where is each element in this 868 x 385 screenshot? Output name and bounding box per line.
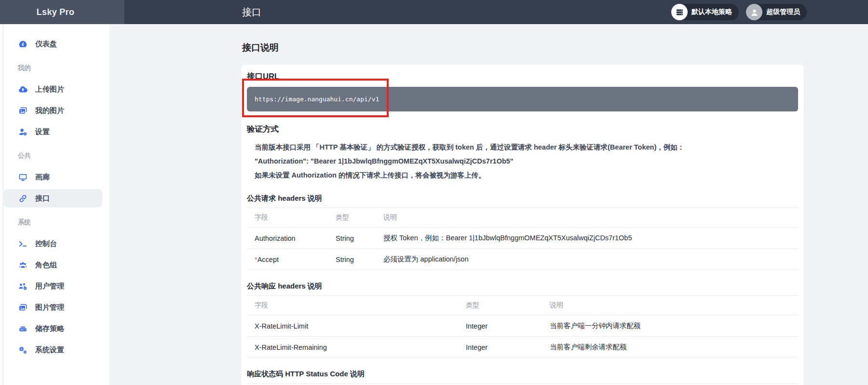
sidebar-item-link[interactable]: 接口 bbox=[0, 188, 109, 209]
user-name-label: 超级管理员 bbox=[766, 8, 800, 16]
header-actions: 默认本地策略 超级管理员 bbox=[671, 4, 807, 20]
sidebar-item-label: 图片管理 bbox=[35, 303, 64, 312]
sidebar-section-label: 我的 bbox=[0, 57, 109, 79]
column-header: 字段 bbox=[247, 296, 458, 316]
column-header: 类型 bbox=[328, 208, 376, 228]
auth-paragraph: "Authorization": "Bearer 1|1bJbwlqBfnggm… bbox=[255, 154, 798, 168]
table-row: AuthorizationString授权 Token，例如：Bearer 1|… bbox=[247, 228, 798, 249]
doc-table: 字段类型说明X-RateLimit-LimitInteger当前客户端一分钟内请… bbox=[247, 295, 798, 358]
link-icon bbox=[18, 193, 27, 203]
terminal-icon bbox=[18, 239, 27, 248]
table-cell: X-RateLimit-Limit bbox=[247, 316, 458, 337]
avatar bbox=[746, 4, 762, 20]
sidebar-item-label: 画廊 bbox=[35, 173, 50, 182]
auth-paragraph: 当前版本接口采用 「HTTP 基本验证」 的方式验证授权，获取到 token 后… bbox=[255, 140, 798, 154]
cloud-upload-icon bbox=[18, 84, 27, 94]
sidebar-item-users-gear[interactable]: 用户管理 bbox=[0, 275, 109, 297]
table-header-row: 字段类型说明 bbox=[247, 296, 798, 316]
table-header-row: 状态码说明 bbox=[247, 384, 798, 385]
page-title: 接口说明 bbox=[241, 41, 804, 54]
sidebar-item-label: 上传图片 bbox=[35, 85, 64, 94]
sidebar-nav: 仪表盘我的上传图片我的图片设置公共画廊接口系统控制台角色组用户管理图片管理储存策… bbox=[0, 24, 109, 360]
sidebar: 仪表盘我的上传图片我的图片设置公共画廊接口系统控制台角色组用户管理图片管理储存策… bbox=[0, 24, 109, 385]
sidebar-item-label: 接口 bbox=[35, 194, 50, 203]
table-cell: String bbox=[328, 228, 376, 249]
sidebar-item-user-gear[interactable]: 设置 bbox=[0, 121, 109, 142]
sidebar-section-label: 公共 bbox=[0, 145, 109, 166]
sidebar-section-label: 系统 bbox=[0, 212, 109, 233]
storage-policy-label: 默认本地策略 bbox=[692, 8, 732, 16]
doc-table: 字段类型说明AuthorizationString授权 Token，例如：Bea… bbox=[247, 207, 798, 270]
section-heading: 公共响应 headers 说明 bbox=[247, 281, 798, 291]
doc-sections: 公共请求 headers 说明字段类型说明AuthorizationString… bbox=[247, 193, 798, 385]
user-gear-icon bbox=[18, 127, 27, 137]
desktop-icon bbox=[18, 172, 27, 182]
column-header: 字段 bbox=[247, 208, 328, 228]
user-menu-badge[interactable]: 超级管理员 bbox=[746, 4, 807, 20]
sidebar-scrollbar[interactable] bbox=[3, 24, 3, 385]
sidebar-item-label: 系统设置 bbox=[35, 345, 64, 355]
sidebar-item-label: 仪表盘 bbox=[35, 40, 57, 49]
storage-policy-badge[interactable]: 默认本地策略 bbox=[671, 4, 739, 20]
section-heading: 公共请求 headers 说明 bbox=[247, 193, 798, 203]
table-row: *AcceptString必须设置为 application/json bbox=[247, 249, 798, 270]
sidebar-item-label: 控制台 bbox=[35, 239, 57, 248]
table-cell: Integer bbox=[458, 337, 542, 358]
table-cell: 当前客户端一分钟内请求配额 bbox=[542, 316, 798, 337]
table-cell: Integer bbox=[458, 316, 542, 337]
column-header: 类型 bbox=[458, 296, 542, 316]
column-header: 说明 bbox=[376, 208, 798, 228]
sidebar-item-cloud-upload[interactable]: 上传图片 bbox=[0, 79, 109, 100]
sidebar-item-label: 用户管理 bbox=[35, 282, 64, 291]
content-area: 接口说明 接口URL https://image.nanguahui.cn/ap… bbox=[109, 24, 868, 385]
users-gear-icon bbox=[18, 281, 27, 291]
table-cell: 必须设置为 application/json bbox=[376, 249, 798, 270]
dashboard-icon bbox=[18, 39, 27, 49]
top-bar: 接口 默认本地策略 超级管理员 bbox=[124, 0, 868, 24]
images-icon bbox=[18, 302, 27, 312]
sidebar-item-desktop[interactable]: 画廊 bbox=[0, 166, 109, 188]
required-asterisk: * bbox=[255, 256, 258, 263]
users-icon bbox=[18, 260, 27, 270]
sidebar-item-label: 储存策略 bbox=[35, 324, 64, 333]
server-icon bbox=[671, 4, 688, 20]
table-cell: String bbox=[328, 249, 376, 270]
column-header: 状态码 bbox=[247, 384, 388, 385]
table-cell: Authorization bbox=[247, 228, 328, 249]
sidebar-item-images[interactable]: 我的图片 bbox=[0, 100, 109, 121]
table-cell: X-RateLimit-Remaining bbox=[247, 337, 458, 358]
doc-table: 状态码说明 bbox=[247, 383, 798, 385]
sidebar-item-label: 设置 bbox=[35, 127, 50, 137]
api-url-heading: 接口URL bbox=[247, 71, 798, 81]
app-logo: Lsky Pro bbox=[37, 7, 88, 17]
images-icon bbox=[18, 106, 27, 115]
table-header-row: 字段类型说明 bbox=[247, 208, 798, 228]
brand-bar: Lsky Pro bbox=[0, 0, 124, 24]
auth-paragraph: 如果未设置 Authorization 的情况下请求上传接口，将会被视为游客上传… bbox=[255, 168, 798, 182]
column-header: 说明 bbox=[388, 384, 798, 385]
auth-paragraphs: 当前版本接口采用 「HTTP 基本验证」 的方式验证授权，获取到 token 后… bbox=[247, 140, 798, 182]
sidebar-item-gears[interactable]: 系统设置 bbox=[0, 339, 109, 360]
section-heading: 响应状态码 HTTP Status Code 说明 bbox=[247, 369, 798, 379]
sidebar-item-label: 角色组 bbox=[35, 261, 57, 270]
api-url-code-block: https://image.nanguahui.cn/api/v1 bbox=[247, 87, 798, 111]
table-cell: *Accept bbox=[247, 249, 328, 270]
sidebar-item-terminal[interactable]: 控制台 bbox=[0, 233, 109, 254]
table-row: X-RateLimit-RemainingInteger当前客户端剩余请求配额 bbox=[247, 337, 798, 358]
api-doc-card: 接口URL https://image.nanguahui.cn/api/v1 … bbox=[241, 65, 804, 385]
sidebar-item-hdd[interactable]: 储存策略 bbox=[0, 318, 109, 339]
table-cell: 当前客户端剩余请求配额 bbox=[542, 337, 798, 358]
table-row: X-RateLimit-LimitInteger当前客户端一分钟内请求配额 bbox=[247, 316, 798, 337]
hdd-icon bbox=[18, 324, 27, 333]
sidebar-item-users[interactable]: 角色组 bbox=[0, 254, 109, 275]
table-cell: 授权 Token，例如：Bearer 1|1bJbwlqBfnggmOMEZqX… bbox=[376, 228, 798, 249]
column-header: 说明 bbox=[542, 296, 798, 316]
auth-method-heading: 验证方式 bbox=[247, 124, 798, 134]
sidebar-item-images[interactable]: 图片管理 bbox=[0, 297, 109, 318]
api-url-value: https://image.nanguahui.cn/api/v1 bbox=[255, 96, 379, 103]
page-header-title: 接口 bbox=[242, 0, 261, 24]
sidebar-item-label: 我的图片 bbox=[35, 106, 64, 115]
sidebar-item-dashboard[interactable]: 仪表盘 bbox=[0, 33, 109, 55]
gears-icon bbox=[18, 345, 27, 355]
